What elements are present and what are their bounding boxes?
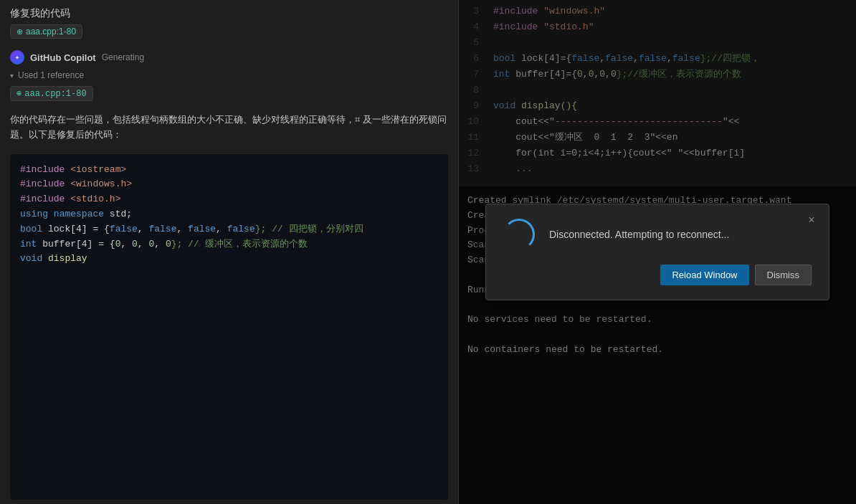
loading-spinner: [503, 219, 535, 250]
dialog-body: Disconnected. Attempting to reconnect...: [503, 219, 812, 250]
used-reference-toggle[interactable]: ▾ Used 1 reference: [10, 70, 448, 80]
spinner-circle: [503, 219, 535, 250]
code-line: #include <iostream>: [20, 163, 438, 178]
code-line: using namespace std;: [20, 207, 438, 222]
reload-window-button[interactable]: Reload Window: [660, 265, 748, 285]
reference-chip[interactable]: ⊕ aaa.cpp:1-80: [10, 86, 93, 101]
chat-header: 修复我的代码 ⊕ aaa.cpp:1-80: [0, 0, 458, 43]
copilot-avatar: ✦: [10, 50, 24, 65]
copilot-chat-panel: 修复我的代码 ⊕ aaa.cpp:1-80 ✦ GitHub Copilot G…: [0, 0, 459, 504]
right-panel: 3#include "windows.h"4#include "stdio.h"…: [459, 0, 856, 504]
copilot-response-section: ✦ GitHub Copilot Generating ▾ Used 1 ref…: [0, 43, 458, 108]
chat-title: 修复我的代码: [10, 7, 448, 20]
code-line: #include <stdio.h>: [20, 192, 438, 207]
code-line: bool lock[4] = {false, false, false, fal…: [20, 222, 438, 237]
dialog-overlay: × Disconnected. Attempting to reconnect.…: [459, 0, 856, 504]
code-line: int buffer[4] = {0, 0, 0, 0}; // 缓冲区，表示资…: [20, 237, 438, 252]
reconnect-dialog: × Disconnected. Attempting to reconnect.…: [485, 204, 829, 300]
dialog-close-button[interactable]: ×: [803, 211, 820, 229]
copilot-header: ✦ GitHub Copilot Generating: [10, 50, 448, 65]
file-reference-chip[interactable]: ⊕ aaa.cpp:1-80: [10, 24, 82, 39]
chat-message: 你的代码存在一些问题，包括线程句柄数组的大小不正确、缺少对线程的正确等待，⌗ 及…: [0, 108, 458, 150]
dialog-message: Disconnected. Attempting to reconnect...: [549, 229, 729, 240]
code-line: #include <windows.h>: [20, 177, 438, 192]
file-icon: ⊕: [16, 27, 23, 37]
dialog-buttons: Reload Window Dismiss: [503, 265, 812, 285]
copilot-name: GitHub Copilot: [30, 52, 96, 63]
chevron-icon: ▾: [10, 72, 14, 80]
dismiss-button[interactable]: Dismiss: [755, 265, 812, 285]
code-line: void display: [20, 252, 438, 267]
ref-file-icon: ⊕: [16, 88, 22, 99]
generating-status: Generating: [102, 52, 144, 62]
code-block: #include <iostream>#include <windows.h>#…: [10, 154, 448, 500]
